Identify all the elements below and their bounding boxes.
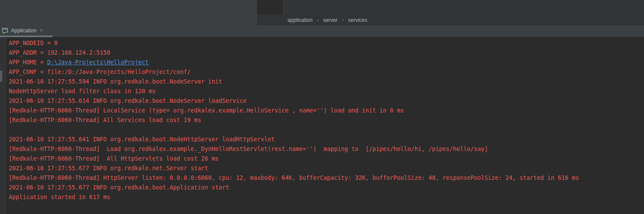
tab-label: Application [11, 28, 37, 34]
log-text: 2021-06-10 17:27:55.677 INFO org.redkale… [9, 165, 208, 172]
log-text: [Redkale-HTTP:6060-Thread] All Services … [9, 117, 201, 123]
console-line: 2021-06-10 17:27:55.594 INFO org.redkale… [9, 77, 644, 87]
log-text: 2021-06-10 17:27:55.641 INFO org.redkale… [9, 136, 274, 143]
log-text: Application started in 617 ms [9, 194, 110, 200]
log-text: [Redkale-HTTP:6060-Thread] Load org.redk… [9, 146, 488, 152]
top-left-panel [0, 0, 257, 25]
chevron-right-icon: › [342, 17, 344, 23]
console-gutter [0, 37, 6, 214]
log-text: APP_HOME = [9, 59, 47, 66]
log-text: [Redkale-HTTP:6060-Thread] HttpServer li… [9, 175, 579, 181]
console-line [9, 125, 644, 135]
log-text: 2021-06-10 17:27:55.614 INFO org.redkale… [9, 98, 246, 104]
log-text: [Redkale-HTTP:6060-Thread] All HttpServl… [9, 155, 218, 162]
close-icon[interactable]: × [40, 28, 43, 33]
console-line: APP_HOME = D:\Java-Projects\HelloProject [9, 58, 644, 67]
console-line: 2021-06-10 17:27:55.641 INFO org.redkale… [9, 135, 644, 144]
scrollbar-thumb[interactable] [0, 70, 2, 82]
run-tool-window-tab-bar: Application × [0, 25, 644, 37]
log-text: 2021-06-10 17:27:55.594 INFO org.redkale… [9, 78, 222, 85]
console-line: 2021-06-10 17:27:55.677 INFO org.redkale… [9, 164, 644, 173]
console-line: [Redkale-HTTP:6060-Thread] HttpServer li… [9, 173, 644, 183]
editor-split-pane [283, 0, 644, 14]
log-text: APP_ADDR = 192.168.124.2:5150 [9, 49, 110, 56]
console-line: 2021-06-10 17:27:55.677 INFO org.redkale… [9, 183, 644, 193]
console-panel: APP_NODEID = 0APP_ADDR = 192.168.124.2:5… [0, 37, 644, 214]
breadcrumb: application › server › services [257, 14, 644, 25]
console-line: NodeHttpServer load filter class in 120 … [9, 87, 644, 96]
log-text: APP_NODEID = 0 [9, 40, 58, 46]
console-line: APP_ADDR = 192.168.124.2:5150 [9, 48, 644, 58]
console-line: APP_NODEID = 0 [9, 39, 644, 48]
log-text: APP_CONF = file:/D:/Java-Projects/HelloP… [9, 69, 190, 75]
log-text: 2021-06-10 17:27:55.677 INFO org.redkale… [9, 184, 229, 191]
breadcrumb-item-application[interactable]: application [287, 17, 312, 23]
log-text: NodeHttpServer load filter class in 120 … [9, 88, 156, 95]
console-line: [Redkale-HTTP:6060-Thread] All Services … [9, 116, 644, 125]
run-console-icon [2, 27, 9, 34]
breadcrumb-item-services[interactable]: services [348, 17, 367, 23]
editor-top-area [257, 0, 644, 14]
console-line: 2021-06-10 17:27:55.614 INFO org.redkale… [9, 96, 644, 106]
console-line: [Redkale-HTTP:6060-Thread] LocalService … [9, 106, 644, 116]
breadcrumb-item-server[interactable]: server [323, 17, 337, 23]
chevron-right-icon: › [317, 17, 319, 23]
console-line: [Redkale-HTTP:6060-Thread] All HttpServl… [9, 154, 644, 164]
file-path-link[interactable]: D:\Java-Projects\HelloProject [47, 59, 149, 66]
log-text: [Redkale-HTTP:6060-Thread] LocalService … [9, 107, 404, 114]
tab-application[interactable]: Application × [0, 25, 45, 35]
console-output: APP_NODEID = 0APP_ADDR = 192.168.124.2:5… [9, 39, 644, 202]
console-line: APP_CONF = file:/D:/Java-Projects/HelloP… [9, 67, 644, 77]
console-line: [Redkale-HTTP:6060-Thread] Load org.redk… [9, 144, 644, 154]
console-line: Application started in 617 ms [9, 193, 644, 202]
